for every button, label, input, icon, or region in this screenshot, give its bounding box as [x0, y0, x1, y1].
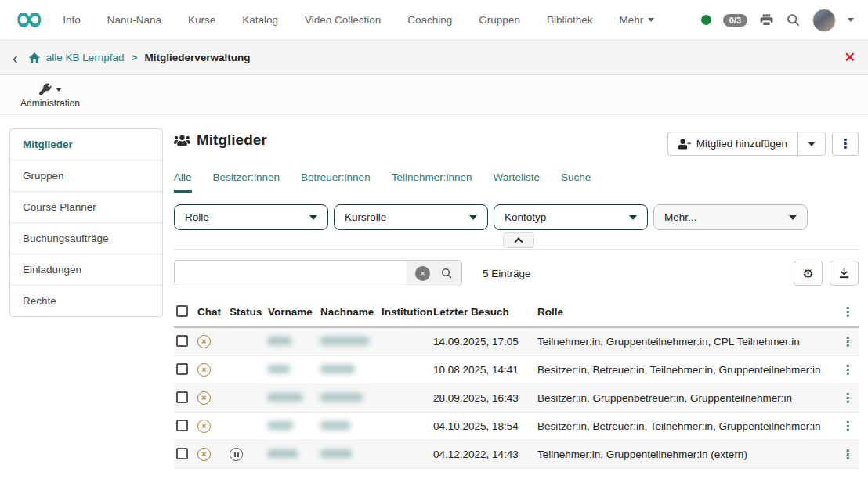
- column-vorname[interactable]: Vorname: [266, 299, 318, 327]
- row-menu-icon[interactable]: ⋮: [837, 413, 859, 441]
- last-visit: 04.12.2022, 14:43: [431, 441, 535, 469]
- sidebar-item-mitglieder[interactable]: Mitglieder: [10, 129, 162, 160]
- page-title-label: Mitglieder: [197, 132, 267, 149]
- nav-item-coaching[interactable]: Coaching: [407, 14, 452, 26]
- wrench-icon: [39, 83, 52, 95]
- add-member-button[interactable]: Mitglied hinzufügen: [668, 132, 797, 155]
- administration-menu-button[interactable]: Administration: [20, 83, 80, 109]
- nav-item-gruppen[interactable]: Gruppen: [479, 14, 520, 26]
- nachname-redacted[interactable]: [320, 365, 355, 373]
- close-icon[interactable]: ✕: [844, 49, 855, 66]
- page-title: Mitglieder: [174, 132, 267, 149]
- gear-icon: ⚙: [802, 266, 813, 281]
- row-checkbox[interactable]: [176, 448, 188, 459]
- chevron-down-icon: [648, 18, 654, 22]
- chat-offline-icon: ×: [197, 391, 211, 405]
- nav-item-kurse[interactable]: Kurse: [188, 14, 215, 26]
- nav-item-mehr[interactable]: Mehr: [619, 14, 654, 26]
- filter-kontotyp[interactable]: Kontotyp: [494, 204, 648, 230]
- row-menu-icon[interactable]: ⋮: [837, 384, 859, 413]
- column-nachname[interactable]: Nachname: [318, 299, 379, 327]
- table-row[interactable]: × 04.10.2025, 18:54 Besitzer:in, Betreue…: [174, 413, 859, 441]
- content-area: Mitglieder Gruppen Course Planner Buchun…: [0, 117, 868, 469]
- filter-mehr[interactable]: Mehr...: [653, 204, 808, 230]
- vorname-redacted[interactable]: [268, 449, 298, 458]
- divider: [174, 249, 859, 250]
- row-checkbox[interactable]: [176, 391, 188, 403]
- search-icon[interactable]: [786, 13, 801, 27]
- column-institution[interactable]: Institution: [379, 299, 431, 327]
- row-menu-icon[interactable]: ⋮: [837, 327, 859, 356]
- vorname-redacted[interactable]: [268, 337, 291, 345]
- clear-search-icon[interactable]: ×: [415, 266, 430, 281]
- chevron-down-icon: [56, 88, 62, 92]
- row-checkbox[interactable]: [176, 420, 188, 431]
- select-all-checkbox[interactable]: [176, 305, 188, 317]
- row-checkbox[interactable]: [176, 335, 188, 347]
- roles: Besitzer:in, Betreuer:in, Teilnehmer:in,…: [535, 413, 837, 441]
- sidebar-item-buchungsauftraege[interactable]: Buchungsaufträge: [10, 223, 162, 254]
- nav-item-video-collection[interactable]: Video Collection: [305, 14, 381, 26]
- header-more-menu-button[interactable]: ⋮: [832, 132, 859, 156]
- table-download-button[interactable]: [830, 261, 859, 286]
- column-letzter-besuch[interactable]: Letzter Besuch: [431, 299, 535, 327]
- print-icon[interactable]: [759, 13, 774, 27]
- user-avatar[interactable]: [812, 9, 836, 32]
- column-chat[interactable]: Chat: [195, 299, 227, 327]
- column-menu-icon[interactable]: ⋮: [837, 299, 859, 327]
- tab-suche[interactable]: Suche: [561, 171, 591, 193]
- tab-besitzer[interactable]: Besitzer:innen: [213, 171, 280, 193]
- sidebar-item-rechte[interactable]: Rechte: [10, 286, 162, 316]
- sidebar-item-course-planner[interactable]: Course Planner: [10, 192, 162, 223]
- search-input[interactable]: [175, 261, 407, 286]
- row-menu-icon[interactable]: ⋮: [837, 356, 859, 384]
- tab-alle[interactable]: Alle: [174, 171, 192, 193]
- tab-betreuer[interactable]: Betreuer:innen: [301, 171, 371, 193]
- member-tabs: Alle Besitzer:innen Betreuer:innen Teiln…: [174, 171, 859, 193]
- add-member-dropdown-toggle[interactable]: [797, 132, 825, 155]
- chevron-down-icon: [629, 215, 637, 220]
- filter-rolle[interactable]: Rolle: [174, 204, 328, 230]
- nachname-redacted[interactable]: [320, 449, 352, 458]
- filter-bar: Rolle Kursrolle Kontotyp Mehr...: [174, 204, 859, 230]
- table-row[interactable]: × 10.08.2025, 14:41 Besitzer:in, Betreue…: [174, 356, 859, 384]
- nachname-redacted[interactable]: [320, 393, 363, 402]
- nav-item-mehr-label: Mehr: [619, 14, 643, 26]
- chat-offline-icon: ×: [197, 448, 211, 461]
- counter-badge[interactable]: 0/3: [723, 14, 747, 27]
- openolat-logo-icon[interactable]: ∞: [14, 2, 44, 34]
- sidebar-item-einladungen[interactable]: Einladungen: [10, 254, 162, 286]
- collapse-filters-button[interactable]: [503, 232, 534, 248]
- vorname-redacted[interactable]: [268, 421, 293, 430]
- vorname-redacted[interactable]: [268, 393, 302, 402]
- presence-status-icon[interactable]: [701, 15, 711, 25]
- filter-kursrolle[interactable]: Kursrolle: [334, 204, 488, 230]
- search-submit-icon[interactable]: [440, 267, 453, 279]
- column-rolle[interactable]: Rolle: [535, 299, 837, 327]
- tab-warteliste[interactable]: Warteliste: [493, 171, 540, 193]
- table-row[interactable]: × 14.09.2025, 17:05 Teilnehmer:in, Grupp…: [174, 327, 859, 356]
- vorname-redacted[interactable]: [268, 365, 290, 373]
- tab-teilnehmer[interactable]: Teilnehmer:innen: [392, 171, 472, 193]
- column-status[interactable]: Status: [227, 299, 266, 327]
- row-menu-icon[interactable]: ⋮: [837, 441, 859, 469]
- filter-kursrolle-label: Kursrolle: [345, 211, 386, 223]
- row-checkbox[interactable]: [176, 363, 188, 375]
- nav-item-info[interactable]: Info: [63, 14, 81, 26]
- nav-item-katalog[interactable]: Katalog: [242, 14, 278, 26]
- back-icon[interactable]: ‹: [13, 50, 18, 66]
- nachname-redacted[interactable]: [320, 337, 369, 345]
- breadcrumb-course-link[interactable]: alle KB Lernpfad: [28, 52, 125, 64]
- table-row[interactable]: × 04.12.2022, 14:43 Teilnehmer:in, Grupp…: [174, 441, 859, 469]
- table-settings-button[interactable]: ⚙: [794, 261, 823, 286]
- person-plus-icon: [678, 139, 691, 150]
- nachname-redacted[interactable]: [320, 421, 350, 430]
- nav-item-bibliothek[interactable]: Bibliothek: [547, 14, 593, 26]
- nav-item-nanu-nana[interactable]: Nanu-Nana: [107, 14, 161, 26]
- filter-mehr-label: Mehr...: [664, 211, 696, 223]
- table-row[interactable]: × 28.09.2025, 16:43 Besitzer:in, Gruppen…: [174, 384, 859, 413]
- sidebar-item-gruppen[interactable]: Gruppen: [10, 160, 162, 192]
- last-visit: 28.09.2025, 16:43: [431, 384, 535, 413]
- member-management-sidebar: Mitglieder Gruppen Course Planner Buchun…: [9, 128, 163, 317]
- user-menu-chevron-icon[interactable]: [848, 18, 854, 22]
